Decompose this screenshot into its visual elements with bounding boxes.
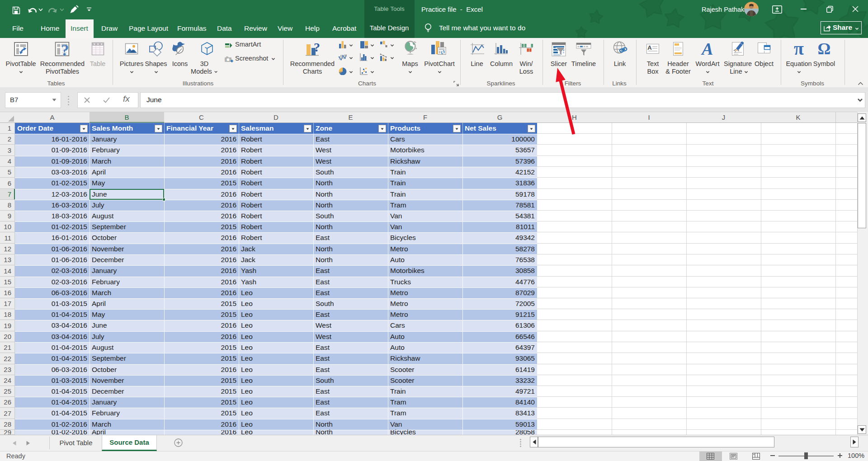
svg-text:π: π	[794, 41, 804, 56]
svg-text:Ω: Ω	[818, 41, 831, 56]
svg-text:A: A	[647, 44, 652, 51]
svg-text:?: ?	[61, 42, 69, 57]
svg-text:A: A	[701, 41, 713, 56]
svg-text:?: ?	[314, 41, 320, 54]
